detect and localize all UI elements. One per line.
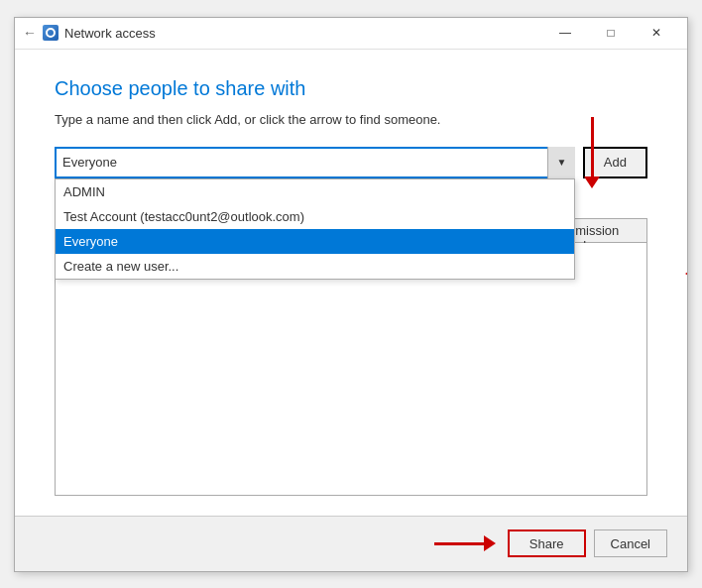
dropdown-item-test-account[interactable]: Test Account (testacc0unt2@outlook.com) [56, 204, 574, 229]
arrow-to-share [434, 535, 496, 551]
arrow-to-everyone [685, 266, 687, 282]
network-icon [46, 28, 56, 38]
arrow-head-down [584, 176, 600, 188]
title-bar-controls: — □ ✕ [542, 17, 679, 49]
arrow-head-right [484, 535, 496, 551]
share-button[interactable]: Share [508, 529, 586, 557]
window-title: Network access [64, 26, 156, 41]
chevron-down-icon: ▼ [556, 157, 566, 168]
arrow-line-h2 [434, 542, 484, 545]
network-access-window: ← Network access — □ ✕ Choose people to … [14, 17, 688, 572]
people-input[interactable] [55, 147, 575, 178]
arrow-line-vertical [591, 117, 594, 176]
minimize-button[interactable]: — [542, 17, 588, 49]
arrow-to-add [584, 117, 600, 188]
page-heading: Choose people to share with [55, 77, 647, 100]
title-bar: ← Network access — □ ✕ [15, 18, 687, 50]
maximize-button[interactable]: □ [588, 17, 634, 49]
dropdown-wrapper: ▼ ADMIN Test Account (testacc0unt2@outlo… [55, 147, 575, 178]
title-bar-left: ← Network access [23, 25, 156, 41]
window-icon [43, 25, 58, 41]
back-button[interactable]: ← [23, 25, 37, 41]
cancel-button[interactable]: Cancel [594, 529, 667, 557]
close-button[interactable]: ✕ [634, 17, 679, 49]
footer-bar: Share Cancel [15, 516, 687, 571]
page-subtext: Type a name and then click Add, or click… [55, 112, 647, 127]
dropdown-item-admin[interactable]: ADMIN [56, 179, 574, 204]
dropdown-item-everyone[interactable]: Everyone [56, 229, 574, 254]
table-body [56, 243, 646, 495]
dropdown-arrow-button[interactable]: ▼ [547, 147, 575, 178]
input-row: ▼ ADMIN Test Account (testacc0unt2@outlo… [55, 147, 647, 178]
dropdown-menu: ADMIN Test Account (testacc0unt2@outlook… [55, 178, 575, 280]
arrow-head-left [685, 266, 687, 282]
dropdown-item-create-user[interactable]: Create a new user... [56, 254, 574, 279]
main-content: Choose people to share with Type a name … [15, 50, 687, 516]
